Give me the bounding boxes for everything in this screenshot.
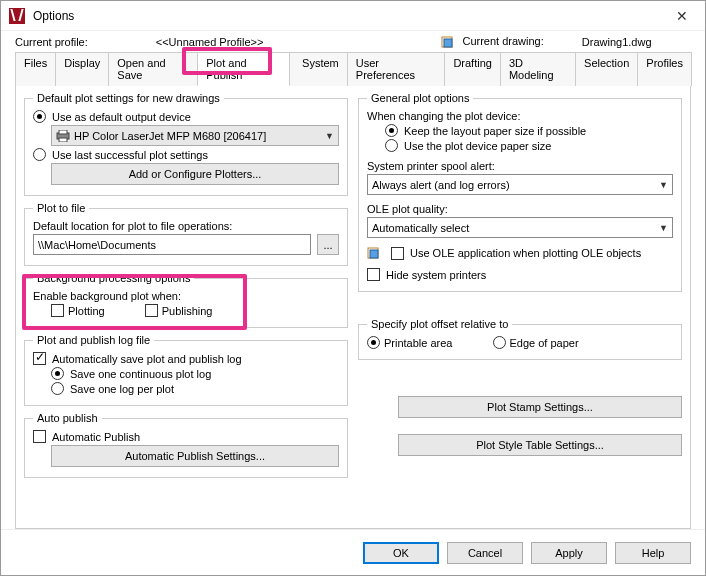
check-plotting[interactable] [51, 304, 64, 317]
tab-drafting[interactable]: Drafting [444, 52, 501, 86]
tab-user-prefs[interactable]: User Preferences [347, 52, 446, 86]
ok-button[interactable]: OK [363, 542, 439, 564]
printer-icon [56, 130, 70, 142]
chevron-down-icon: ▼ [659, 223, 668, 233]
label-edge-paper: Edge of paper [510, 337, 579, 349]
tab-profiles[interactable]: Profiles [637, 52, 692, 86]
tab-3d-modeling[interactable]: 3D Modeling [500, 52, 576, 86]
label-hide-printers: Hide system printers [386, 269, 486, 281]
radio-default-device[interactable] [33, 110, 46, 123]
radio-last-successful[interactable] [33, 148, 46, 161]
log-legend: Plot and publish log file [33, 334, 154, 346]
group-auto-publish: Auto publish Automatic Publish Automatic… [24, 412, 348, 478]
drawing-value: Drawing1.dwg [582, 36, 652, 48]
check-publishing[interactable] [145, 304, 158, 317]
chevron-down-icon: ▼ [659, 180, 668, 190]
auto-pub-legend: Auto publish [33, 412, 102, 424]
chevron-down-icon: ▼ [325, 131, 334, 141]
label-keep-layout: Keep the layout paper size if possible [404, 125, 586, 137]
svg-rect-6 [370, 250, 378, 258]
tab-system[interactable]: System [289, 52, 348, 86]
change-device-label: When changing the plot device: [367, 110, 673, 122]
tab-open-save[interactable]: Open and Save [108, 52, 198, 86]
app-icon [9, 8, 25, 24]
cancel-button[interactable]: Cancel [447, 542, 523, 564]
profile-label: Current profile: [15, 36, 88, 48]
plot-file-path-input[interactable]: \\Mac\Home\Documents [33, 234, 311, 255]
ole-quality-dropdown[interactable]: Automatically select▼ [367, 217, 673, 238]
profile-value: <<Unnamed Profile>> [156, 36, 264, 48]
tab-display[interactable]: Display [55, 52, 109, 86]
spool-label: System printer spool alert: [367, 160, 673, 172]
auto-publish-settings-button[interactable]: Automatic Publish Settings... [51, 445, 339, 467]
group-general-plot: General plot options When changing the p… [358, 92, 682, 292]
close-icon[interactable]: ✕ [667, 8, 697, 24]
radio-edge-paper[interactable] [493, 336, 506, 349]
plot-style-table-settings-button[interactable]: Plot Style Table Settings... [398, 434, 682, 456]
add-configure-plotters-button[interactable]: Add or Configure Plotters... [51, 163, 339, 185]
tab-files[interactable]: Files [15, 52, 56, 86]
default-plot-legend: Default plot settings for new drawings [33, 92, 224, 104]
group-plot-offset: Specify plot offset relative to Printabl… [358, 318, 682, 360]
device-dropdown[interactable]: HP Color LaserJet MFP M680 [206417] ▼ [51, 125, 339, 146]
check-hide-printers[interactable] [367, 268, 380, 281]
browse-button[interactable]: ... [317, 234, 339, 255]
drawing-label: Current drawing: [462, 35, 543, 47]
svg-rect-1 [444, 39, 452, 47]
apply-button[interactable]: Apply [531, 542, 607, 564]
ole-quality-value: Automatically select [372, 222, 659, 234]
label-one-log: Save one continuous plot log [70, 368, 211, 380]
bg-enable-label: Enable background plot when: [33, 290, 339, 302]
label-use-device-size: Use the plot device paper size [404, 140, 551, 152]
radio-use-device-size[interactable] [385, 139, 398, 152]
group-background-processing: Background processing options Enable bac… [24, 272, 348, 328]
label-default-device: Use as default output device [52, 111, 191, 123]
plot-stamp-settings-button[interactable]: Plot Stamp Settings... [398, 396, 682, 418]
group-default-plot: Default plot settings for new drawings U… [24, 92, 348, 196]
radio-keep-layout[interactable] [385, 124, 398, 137]
spool-value: Always alert (and log errors) [372, 179, 659, 191]
label-plotting: Plotting [68, 305, 105, 317]
drawing-icon [367, 246, 381, 260]
label-publishing: Publishing [162, 305, 213, 317]
label-ole-app: Use OLE application when plotting OLE ob… [410, 246, 641, 260]
group-log-file: Plot and publish log file Automatically … [24, 334, 348, 406]
general-legend: General plot options [367, 92, 473, 104]
plot-to-file-legend: Plot to file [33, 202, 89, 214]
bg-legend: Background processing options [33, 272, 194, 284]
drawing-icon [441, 35, 455, 49]
tab-bar: Files Display Open and Save Plot and Pub… [1, 51, 705, 85]
radio-printable-area[interactable] [367, 336, 380, 349]
svg-rect-3 [59, 130, 67, 134]
check-auto-save-log[interactable] [33, 352, 46, 365]
label-auto-save-log: Automatically save plot and publish log [52, 353, 242, 365]
plot-file-location-label: Default location for plot to file operat… [33, 220, 339, 232]
tab-plot-publish[interactable]: Plot and Publish [197, 52, 290, 86]
ole-quality-label: OLE plot quality: [367, 203, 673, 215]
tab-selection[interactable]: Selection [575, 52, 638, 86]
window-title: Options [33, 9, 667, 23]
label-printable-area: Printable area [384, 337, 453, 349]
check-auto-publish[interactable] [33, 430, 46, 443]
device-value: HP Color LaserJet MFP M680 [206417] [74, 130, 325, 142]
help-button[interactable]: Help [615, 542, 691, 564]
label-last-successful: Use last successful plot settings [52, 149, 208, 161]
label-auto-publish: Automatic Publish [52, 431, 140, 443]
check-ole-app[interactable] [391, 247, 404, 260]
svg-rect-4 [59, 138, 67, 142]
radio-log-per-plot[interactable] [51, 382, 64, 395]
spool-dropdown[interactable]: Always alert (and log errors)▼ [367, 174, 673, 195]
group-plot-to-file: Plot to file Default location for plot t… [24, 202, 348, 266]
radio-one-log[interactable] [51, 367, 64, 380]
label-log-per-plot: Save one log per plot [70, 383, 174, 395]
offset-legend: Specify plot offset relative to [367, 318, 512, 330]
